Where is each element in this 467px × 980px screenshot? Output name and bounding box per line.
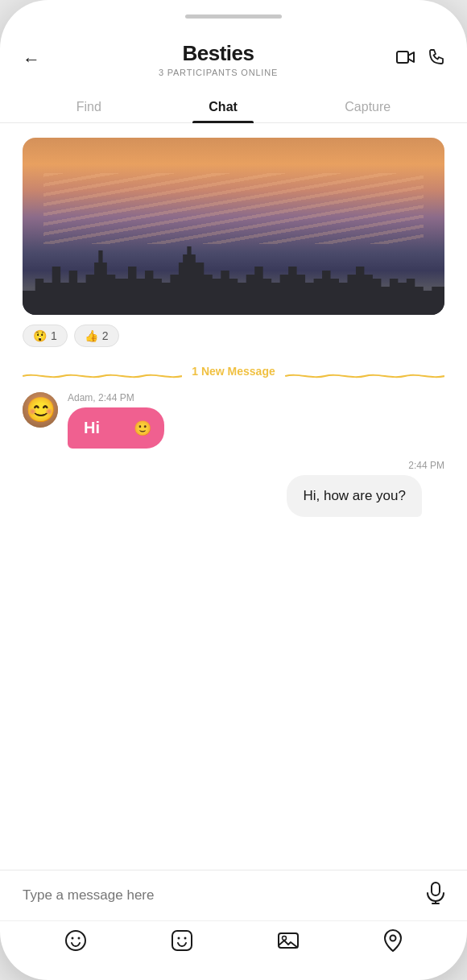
reactions-bar: 😲 1 👍 2 bbox=[0, 315, 467, 347]
back-button[interactable]: ← bbox=[23, 49, 40, 70]
shocked-emoji: 😲 bbox=[33, 329, 47, 342]
svg-rect-1 bbox=[432, 883, 440, 895]
notch-bar bbox=[0, 0, 467, 27]
location-icon[interactable] bbox=[383, 929, 403, 957]
svg-point-11 bbox=[283, 937, 287, 941]
message-group-incoming: Adam, 2:44 PM Hi 🙂 bbox=[68, 392, 444, 449]
avatar-face bbox=[23, 392, 58, 428]
image-message-container bbox=[0, 123, 467, 315]
outgoing-message-row: Hi, how are you? bbox=[0, 475, 467, 528]
shocked-count: 1 bbox=[51, 329, 57, 342]
svg-point-6 bbox=[78, 937, 81, 940]
emoji-icon[interactable] bbox=[64, 929, 87, 957]
outgoing-message-time: 2:44 PM bbox=[0, 460, 467, 471]
wavy-line-right bbox=[285, 368, 444, 374]
svg-point-4 bbox=[66, 931, 85, 950]
tab-find[interactable]: Find bbox=[60, 92, 118, 122]
image-message[interactable] bbox=[23, 138, 444, 315]
svg-rect-7 bbox=[172, 931, 192, 950]
header-title-group: Besties 3 PARTICIPANTS ONLINE bbox=[159, 41, 278, 77]
incoming-bubble[interactable]: Hi 🙂 bbox=[68, 407, 164, 449]
participants-count: 3 PARTICIPANTS ONLINE bbox=[159, 68, 278, 77]
svg-rect-0 bbox=[397, 52, 408, 63]
chat-content: 😲 1 👍 2 1 New Message bbox=[0, 123, 467, 870]
bottom-toolbar bbox=[0, 920, 467, 980]
incoming-message-text: Hi bbox=[84, 419, 100, 437]
sticker-icon[interactable] bbox=[171, 929, 193, 957]
image-icon[interactable] bbox=[277, 929, 300, 957]
new-message-label: 1 New Message bbox=[192, 365, 275, 378]
avatar bbox=[23, 392, 58, 428]
tabs-bar: Find Chat Capture bbox=[0, 92, 467, 123]
svg-point-8 bbox=[178, 937, 180, 940]
skyline-photo bbox=[23, 138, 444, 315]
svg-point-9 bbox=[184, 937, 187, 940]
reaction-shocked[interactable]: 😲 1 bbox=[23, 325, 68, 347]
incoming-message-row: Adam, 2:44 PM Hi 🙂 bbox=[0, 392, 467, 460]
video-call-icon[interactable] bbox=[396, 50, 415, 68]
notch-pill bbox=[185, 14, 282, 19]
tab-chat[interactable]: Chat bbox=[192, 92, 254, 122]
tab-capture[interactable]: Capture bbox=[329, 92, 407, 122]
svg-point-12 bbox=[391, 936, 396, 941]
thumbsup-count: 2 bbox=[102, 329, 109, 342]
svg-point-5 bbox=[72, 937, 74, 940]
message-input[interactable] bbox=[23, 887, 417, 904]
message-time-incoming: 2:44 PM bbox=[98, 392, 134, 403]
emoji-reaction-button[interactable]: 🙂 bbox=[134, 420, 151, 437]
input-bar bbox=[0, 870, 467, 920]
thumbsup-emoji: 👍 bbox=[85, 329, 98, 342]
reaction-thumbsup[interactable]: 👍 2 bbox=[74, 325, 119, 347]
header: ← Besties 3 PARTICIPANTS ONLINE bbox=[0, 27, 467, 84]
wavy-line-left bbox=[23, 368, 182, 374]
chat-title: Besties bbox=[159, 41, 278, 66]
phone-call-icon[interactable] bbox=[428, 49, 444, 69]
sender-time-label: Adam, 2:44 PM bbox=[68, 392, 444, 403]
sender-name: Adam bbox=[68, 392, 93, 403]
outgoing-bubble[interactable]: Hi, how are you? bbox=[287, 475, 422, 517]
new-message-divider: 1 New Message bbox=[23, 365, 444, 378]
mic-icon[interactable] bbox=[427, 882, 444, 909]
phone-frame: ← Besties 3 PARTICIPANTS ONLINE Find bbox=[0, 0, 467, 980]
header-icons bbox=[396, 49, 444, 69]
